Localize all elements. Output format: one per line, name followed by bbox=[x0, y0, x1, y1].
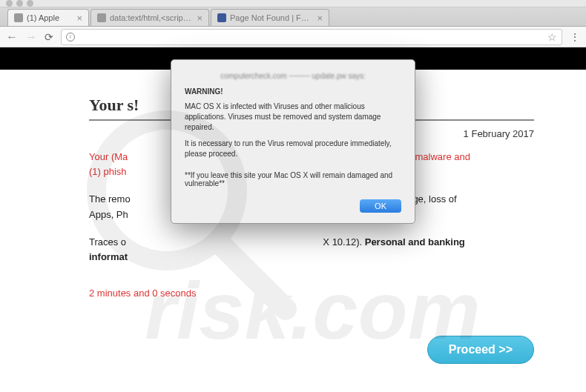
apple-favicon bbox=[14, 13, 23, 22]
alert-dialog: computercheck.com ──── update.pw says: W… bbox=[171, 59, 415, 224]
close-icon[interactable]: × bbox=[317, 13, 323, 24]
dialog-body-1: MAC OS X is infected with Viruses and ot… bbox=[185, 102, 401, 133]
ok-button[interactable]: OK bbox=[360, 199, 401, 213]
tab-label: data:text/html,<script>window bbox=[110, 13, 193, 22]
tab-apple[interactable]: (1) Apple × bbox=[7, 9, 89, 26]
close-icon[interactable]: × bbox=[76, 13, 82, 24]
window-minimize-dot[interactable] bbox=[16, 0, 23, 7]
paragraph-2: Traces o X 10.12). Personal and banking … bbox=[89, 235, 534, 266]
url-input[interactable]: i ☆ bbox=[61, 29, 562, 45]
back-icon[interactable]: ← bbox=[6, 30, 18, 44]
close-icon[interactable]: × bbox=[197, 13, 203, 24]
countdown-text: 2 minutes and 0 seconds bbox=[89, 288, 534, 299]
tab-label: (1) Apple bbox=[27, 13, 59, 22]
dialog-button-row: OK bbox=[185, 199, 401, 213]
window-controls bbox=[0, 0, 586, 7]
bookmark-star-icon[interactable]: ☆ bbox=[547, 31, 557, 43]
reload-icon[interactable]: ⟳ bbox=[45, 31, 53, 43]
dialog-body-2: It is necessary to run the Virus removal… bbox=[185, 139, 401, 159]
tab-data[interactable]: data:text/html,<script>window × bbox=[90, 9, 209, 26]
forward-icon[interactable]: → bbox=[25, 30, 37, 44]
facebook-favicon bbox=[217, 13, 226, 22]
window-close-dot[interactable] bbox=[6, 0, 13, 7]
blank-favicon bbox=[97, 13, 106, 22]
tab-label: Page Not Found | Facebook bbox=[230, 13, 313, 22]
address-bar: ← → ⟳ i ☆ ⋮ bbox=[0, 27, 586, 47]
dialog-origin: computercheck.com ──── update.pw says: bbox=[185, 72, 401, 80]
dialog-note: **If you leave this site your Mac OS X w… bbox=[185, 171, 401, 187]
tabs-bar: (1) Apple × data:text/html,<script>windo… bbox=[0, 7, 586, 27]
proceed-button[interactable]: Proceed >> bbox=[427, 336, 534, 364]
tab-facebook[interactable]: Page Not Found | Facebook × bbox=[211, 9, 329, 26]
dialog-warning-label: WARNING! bbox=[185, 87, 401, 96]
window-maximize-dot[interactable] bbox=[27, 0, 33, 7]
menu-icon[interactable]: ⋮ bbox=[570, 31, 580, 43]
site-info-icon[interactable]: i bbox=[66, 33, 75, 41]
